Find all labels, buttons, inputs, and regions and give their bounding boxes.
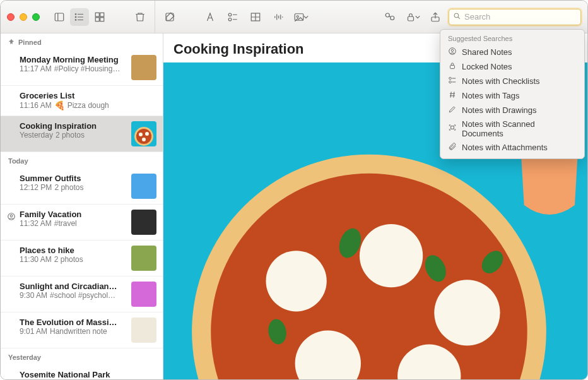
svg-line-45 <box>454 92 454 97</box>
search-input[interactable] <box>464 12 577 21</box>
checklist-icon <box>448 76 457 86</box>
note-text: Family Vacation11:32 AM#travel <box>20 210 126 235</box>
section-header-yesterday: Yesterday <box>1 348 163 365</box>
suggested-search-label: Notes with Attachments <box>462 143 548 152</box>
toolbar-divider <box>155 1 155 33</box>
note-subtitle: 11:30 AM2 photos <box>20 255 126 264</box>
svg-rect-46 <box>451 126 454 129</box>
suggested-search-scanned[interactable]: Notes with Scanned Documents <box>440 117 584 140</box>
table-button[interactable] <box>246 8 265 26</box>
note-text: Places to hike11:30 AM2 photos <box>20 246 126 271</box>
suggested-search-checklists[interactable]: Notes with Checklists <box>440 74 584 88</box>
pin-icon <box>8 39 15 46</box>
note-thumbnail <box>131 282 156 307</box>
svg-line-34 <box>458 16 460 18</box>
checklist-button[interactable] <box>223 8 242 26</box>
suggested-search-shared[interactable]: Shared Notes <box>440 45 584 59</box>
section-label: Pinned <box>18 39 42 46</box>
link-note-button[interactable] <box>380 8 399 26</box>
fullscreen-window-button[interactable] <box>32 13 40 21</box>
delete-button[interactable] <box>131 8 150 26</box>
note-row[interactable]: Groceries List11:16 AM🍕Pizza dough <box>1 86 163 116</box>
note-subtitle: 9:01 AMHandwritten note <box>20 327 126 336</box>
app-window: Suggested Searches Shared NotesLocked No… <box>0 0 588 380</box>
section-label: Today <box>8 157 28 165</box>
shared-indicator-icon <box>7 212 16 221</box>
section-header-today: Today <box>1 152 163 169</box>
notes-list-sidebar: Pinned Monday Morning Meeting11:17 AM#Po… <box>1 33 163 379</box>
note-text: Groceries List11:16 AM🍕Pizza dough <box>20 91 156 110</box>
close-window-button[interactable] <box>7 13 15 21</box>
note-thumbnail <box>131 210 156 235</box>
drawing-icon <box>448 105 457 116</box>
note-row[interactable]: Yosemite National Park <box>1 365 163 379</box>
suggested-search-drawings[interactable]: Notes with Drawings <box>440 103 584 117</box>
list-view-button[interactable] <box>70 8 89 26</box>
section-header-pinned: Pinned <box>1 33 163 50</box>
share-button[interactable] <box>426 8 445 26</box>
note-title-label: The Evolution of Massi… <box>20 318 126 327</box>
note-row[interactable]: Cooking InspirationYesterday2 photos <box>1 116 163 152</box>
note-title-label: Cooking Inspiration <box>20 121 126 131</box>
svg-rect-0 <box>55 13 64 21</box>
note-subtitle: 11:17 AM#Policy #Housing… <box>20 64 126 73</box>
media-button[interactable] <box>291 8 310 26</box>
note-row[interactable]: Places to hike11:30 AM2 photos <box>1 240 163 276</box>
note-text: The Evolution of Massi…9:01 AMHandwritte… <box>20 318 126 343</box>
search-field[interactable] <box>449 9 581 25</box>
search-icon <box>453 12 464 22</box>
tag-hash-icon <box>448 90 457 101</box>
note-title-label: Places to hike <box>20 246 126 255</box>
svg-point-50 <box>139 133 143 136</box>
note-subtitle: 11:32 AM#travel <box>20 219 126 228</box>
svg-rect-8 <box>95 13 99 16</box>
note-subtitle: 11:16 AM🍕Pizza dough <box>20 100 156 110</box>
svg-point-33 <box>454 13 459 18</box>
note-thumbnail <box>131 318 156 343</box>
svg-point-29 <box>391 16 394 20</box>
suggested-search-tags[interactable]: Notes with Tags <box>440 88 584 103</box>
note-text: Cooking InspirationYesterday2 photos <box>20 121 126 146</box>
note-text: Yosemite National Park <box>20 370 156 379</box>
minimize-window-button[interactable] <box>20 13 27 21</box>
note-row[interactable]: The Evolution of Massi…9:01 AMHandwritte… <box>1 312 163 348</box>
note-row[interactable]: Summer Outfits12:12 PM2 photos <box>1 169 163 205</box>
suggested-search-locked[interactable]: Locked Notes <box>440 59 584 74</box>
note-row[interactable]: Sunlight and Circadian…9:30 AM#school #p… <box>1 276 163 312</box>
lock-button[interactable] <box>403 8 422 26</box>
svg-point-52 <box>142 138 146 141</box>
svg-point-36 <box>451 49 454 52</box>
lock-icon <box>448 61 457 72</box>
svg-point-16 <box>228 18 232 21</box>
scan-icon <box>448 123 457 134</box>
suggested-searches-heading: Suggested Searches <box>440 33 584 45</box>
attachment-icon <box>448 142 457 153</box>
svg-point-54 <box>10 215 13 217</box>
svg-rect-37 <box>450 65 455 68</box>
note-thumbnail <box>131 55 156 80</box>
note-row[interactable]: Family Vacation11:32 AM#travel <box>1 205 163 240</box>
note-row[interactable]: Monday Morning Meeting11:17 AM#Policy #H… <box>1 50 163 86</box>
svg-rect-11 <box>100 17 104 21</box>
note-subtitle: 12:12 PM2 photos <box>20 183 126 192</box>
note-text: Sunlight and Circadian…9:30 AM#school #p… <box>20 282 126 307</box>
svg-point-7 <box>75 19 76 20</box>
audio-button[interactable] <box>269 8 288 26</box>
person-circle-icon <box>448 47 457 57</box>
svg-point-5 <box>75 13 76 15</box>
new-note-button[interactable] <box>160 8 179 26</box>
toggle-sidebar-button[interactable] <box>50 8 69 26</box>
note-subtitle: Yesterday2 photos <box>20 131 126 140</box>
note-text: Summer Outfits12:12 PM2 photos <box>20 174 126 199</box>
svg-point-38 <box>449 77 452 80</box>
svg-point-6 <box>75 16 76 18</box>
svg-point-28 <box>385 13 389 17</box>
svg-point-49 <box>136 129 151 144</box>
note-text: Monday Morning Meeting11:17 AM#Policy #H… <box>20 55 126 80</box>
suggested-search-label: Notes with Tags <box>462 91 520 100</box>
svg-point-27 <box>297 15 298 17</box>
format-button[interactable] <box>201 8 220 26</box>
note-title-label: Sunlight and Circadian… <box>20 282 126 291</box>
suggested-search-attachments[interactable]: Notes with Attachments <box>440 140 584 155</box>
gallery-view-button[interactable] <box>90 8 109 26</box>
